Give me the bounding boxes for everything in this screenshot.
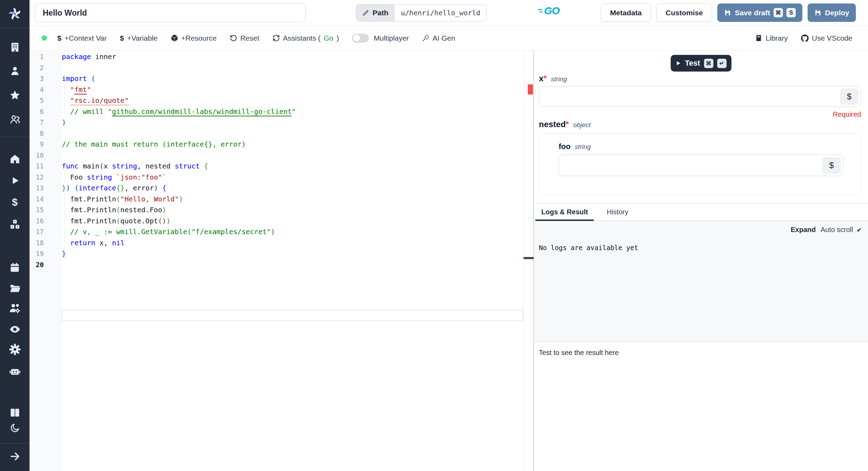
- kbd-cmd: ⌘: [704, 59, 713, 68]
- audit-eye-icon[interactable]: [0, 322, 30, 336]
- path-edit-button[interactable]: Path: [356, 5, 395, 21]
- expand-button[interactable]: Expand: [791, 226, 816, 234]
- expand-arrow-icon[interactable]: [0, 449, 30, 463]
- windmill-logo-blades: [8, 8, 20, 20]
- kbd-cmd: ⌘: [774, 8, 783, 17]
- customise-button[interactable]: Customise: [656, 3, 712, 22]
- insert-variable-button[interactable]: $: [823, 157, 841, 173]
- arg-foo-label: foo string: [559, 142, 591, 151]
- schedules-calendar-icon[interactable]: [0, 261, 30, 274]
- variables-dollar-icon[interactable]: $: [0, 195, 30, 209]
- line-number: 12: [30, 172, 62, 183]
- save-icon: [724, 9, 731, 16]
- code-line[interactable]: [62, 259, 523, 271]
- line-number: 5: [30, 95, 62, 106]
- code-line[interactable]: // v, _ := wmill.GetVariable("f/examples…: [62, 226, 523, 238]
- arg-foo-input[interactable]: [559, 155, 843, 176]
- run-panel: Test ⌘ ↵ x* string $ Required nested* ob…: [534, 51, 868, 471]
- code-line[interactable]: }: [62, 248, 523, 259]
- runs-play-icon[interactable]: [0, 174, 30, 188]
- user-icon[interactable]: [0, 64, 30, 78]
- error-marker: [528, 84, 533, 94]
- metadata-button[interactable]: Metadata: [601, 3, 651, 22]
- current-line-highlight: [62, 310, 523, 321]
- dollar-icon: $: [57, 34, 61, 42]
- add-resource-button[interactable]: +Resource: [171, 34, 217, 42]
- reset-button[interactable]: Reset: [230, 34, 259, 42]
- script-title-input[interactable]: [35, 3, 306, 22]
- code-lines: package innerimport ( "fmt" "rsc.io/quot…: [62, 51, 523, 270]
- code-line[interactable]: ): [62, 117, 523, 128]
- gutter: 1234567891011121314151617181920: [30, 51, 62, 270]
- line-number: 7: [30, 117, 62, 128]
- line-number: 18: [30, 238, 62, 249]
- arg-x-input[interactable]: [539, 86, 861, 107]
- workspace-building-icon[interactable]: [0, 40, 30, 54]
- github-icon: [801, 34, 809, 42]
- docs-books-icon[interactable]: [0, 406, 30, 420]
- arg-x-field: $: [539, 86, 861, 107]
- groups-icon[interactable]: [0, 113, 30, 126]
- add-context-var-button[interactable]: $ +Context Var: [57, 34, 107, 42]
- multiplayer-toggle[interactable]: [352, 34, 369, 43]
- save-draft-button[interactable]: Save draft ⌘ S: [717, 3, 802, 22]
- code-line[interactable]: [62, 150, 523, 161]
- ai-robot-icon[interactable]: [0, 364, 30, 378]
- line-number: 17: [30, 226, 62, 238]
- refresh-icon: [273, 34, 280, 42]
- home-icon[interactable]: [0, 152, 30, 166]
- cursor-marker: [524, 257, 534, 259]
- test-button[interactable]: Test ⌘ ↵: [671, 55, 732, 72]
- code-line[interactable]: package inner: [62, 51, 523, 63]
- ai-gen-button[interactable]: AI Gen: [422, 34, 455, 42]
- code-line[interactable]: fmt.Println(nested.Foo): [62, 205, 523, 216]
- settings-gear-icon[interactable]: [0, 342, 30, 356]
- code-line[interactable]: import (: [62, 73, 523, 84]
- add-variable-button[interactable]: $ +Variable: [120, 34, 157, 42]
- sidebar: $: [0, 0, 30, 471]
- deploy-button[interactable]: Deploy: [808, 3, 856, 22]
- code-line[interactable]: func main(x string, nested struct {: [62, 161, 523, 172]
- library-button[interactable]: Library: [755, 34, 788, 42]
- kbd-s: S: [786, 8, 796, 17]
- overview-ruler[interactable]: [523, 51, 533, 471]
- line-number: 8: [30, 128, 62, 139]
- go-speed-lines-icon: [538, 9, 542, 13]
- code-line[interactable]: fmt.Println("Hello, World"): [62, 194, 523, 205]
- code-editor[interactable]: 1234567891011121314151617181920 package …: [30, 51, 534, 471]
- required-error: Required: [833, 110, 861, 118]
- code-line[interactable]: return x, nil: [62, 238, 523, 249]
- tab-history[interactable]: History: [601, 204, 634, 221]
- path-chip[interactable]: Path u/henri/hello_world: [356, 4, 487, 22]
- assistants-button[interactable]: Assistants (Go): [273, 34, 339, 42]
- code-line[interactable]: [62, 63, 523, 74]
- pencil-icon: [362, 10, 369, 16]
- code-line[interactable]: Foo string `json:"foo"`: [62, 172, 523, 183]
- code-line[interactable]: fmt.Println(quote.Opt()): [62, 216, 523, 227]
- line-number: 13: [30, 183, 62, 194]
- dark-mode-moon-icon[interactable]: [0, 421, 30, 435]
- code-line[interactable]: }) (interface{}, error) {: [62, 183, 523, 194]
- editor-gutter: 1234567891011121314151617181920: [30, 51, 62, 471]
- code-line[interactable]: "fmt": [62, 84, 523, 96]
- favorites-star-icon[interactable]: [0, 88, 30, 102]
- windmill-logo[interactable]: [0, 5, 30, 23]
- dollar-icon: $: [847, 92, 851, 101]
- code-line[interactable]: "rsc.io/quote": [62, 95, 523, 106]
- resources-cubes-icon[interactable]: [0, 217, 30, 231]
- insert-variable-button[interactable]: $: [840, 89, 858, 105]
- line-number: 6: [30, 106, 62, 117]
- code-line[interactable]: // the main must return (interface{}, er…: [62, 139, 523, 150]
- line-number: 4: [30, 84, 62, 96]
- use-vscode-button[interactable]: Use VScode: [801, 34, 852, 42]
- folders-icon[interactable]: [0, 281, 30, 295]
- workers-admin-icon[interactable]: [0, 301, 30, 315]
- required-star: *: [566, 119, 569, 129]
- result-tabs: Logs & Result History: [534, 203, 868, 221]
- arg-foo-field: $: [559, 155, 843, 176]
- tab-logs-result[interactable]: Logs & Result: [535, 204, 594, 221]
- autoscroll-toggle[interactable]: Auto scroll ✔: [821, 226, 862, 234]
- code-line[interactable]: // wmill "github.com/windmill-labs/windm…: [62, 106, 523, 117]
- path-value: u/henri/hello_world: [395, 5, 487, 21]
- code-line[interactable]: [62, 128, 523, 139]
